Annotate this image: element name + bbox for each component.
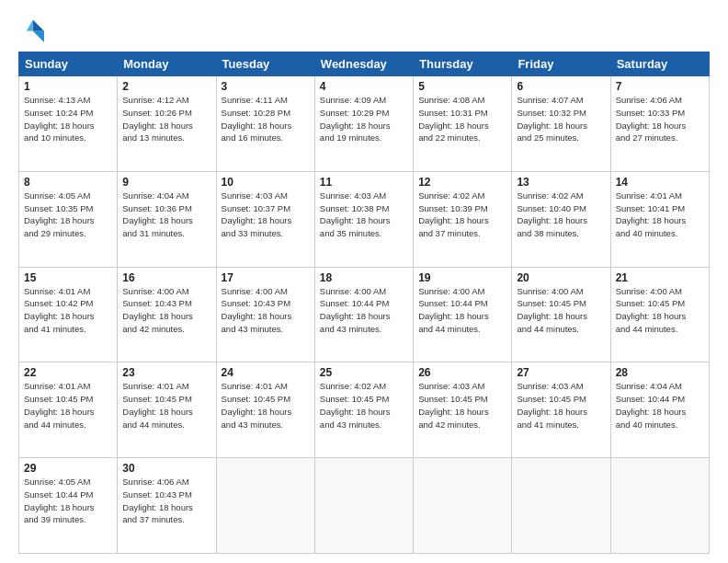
day-number: 3 (222, 80, 310, 93)
calendar-day-cell: 3Sunrise: 4:11 AM Sunset: 10:28 PM Dayli… (216, 76, 314, 172)
day-number: 9 (122, 176, 210, 189)
day-info: Sunrise: 4:01 AM Sunset: 10:45 PM Daylig… (222, 380, 310, 431)
day-info: Sunrise: 4:07 AM Sunset: 10:32 PM Daylig… (517, 94, 605, 144)
logo (18, 17, 48, 42)
day-number: 29 (24, 462, 112, 475)
calendar-day-cell: 27Sunrise: 4:03 AM Sunset: 10:45 PM Dayl… (512, 362, 610, 458)
day-info: Sunrise: 4:05 AM Sunset: 10:44 PM Daylig… (24, 476, 112, 526)
calendar-day-cell: 2Sunrise: 4:12 AM Sunset: 10:26 PM Dayli… (118, 76, 216, 172)
calendar-day-cell: 10Sunrise: 4:03 AM Sunset: 10:37 PM Dayl… (216, 171, 314, 267)
calendar-day-cell: 19Sunrise: 4:00 AM Sunset: 10:44 PM Dayl… (414, 267, 512, 362)
calendar-day-cell: 16Sunrise: 4:00 AM Sunset: 10:43 PM Dayl… (118, 267, 216, 362)
calendar-day-cell: 25Sunrise: 4:02 AM Sunset: 10:45 PM Dayl… (314, 362, 413, 458)
calendar-day-cell: 28Sunrise: 4:04 AM Sunset: 10:44 PM Dayl… (610, 362, 709, 458)
day-info: Sunrise: 4:04 AM Sunset: 10:44 PM Daylig… (616, 380, 704, 431)
calendar-day-cell: 22Sunrise: 4:01 AM Sunset: 10:45 PM Dayl… (19, 362, 118, 458)
weekday-header-saturday: Saturday (610, 52, 709, 76)
day-info: Sunrise: 4:01 AM Sunset: 10:45 PM Daylig… (122, 380, 210, 431)
header (18, 17, 710, 42)
calendar-day-cell: 8Sunrise: 4:05 AM Sunset: 10:35 PM Dayli… (19, 171, 118, 267)
day-info: Sunrise: 4:13 AM Sunset: 10:24 PM Daylig… (24, 94, 112, 144)
day-number: 25 (320, 366, 408, 379)
day-number: 1 (24, 80, 112, 93)
calendar-day-cell: 20Sunrise: 4:00 AM Sunset: 10:45 PM Dayl… (512, 267, 610, 362)
day-info: Sunrise: 4:06 AM Sunset: 10:33 PM Daylig… (616, 94, 704, 144)
calendar-week-row: 29Sunrise: 4:05 AM Sunset: 10:44 PM Dayl… (19, 458, 710, 554)
day-info: Sunrise: 4:00 AM Sunset: 10:43 PM Daylig… (222, 285, 310, 336)
calendar-day-cell: 14Sunrise: 4:01 AM Sunset: 10:41 PM Dayl… (610, 171, 709, 267)
calendar-body: 1Sunrise: 4:13 AM Sunset: 10:24 PM Dayli… (19, 76, 710, 554)
calendar-day-cell: 17Sunrise: 4:00 AM Sunset: 10:43 PM Dayl… (216, 267, 314, 362)
weekday-header-wednesday: Wednesday (314, 52, 413, 76)
day-info: Sunrise: 4:05 AM Sunset: 10:35 PM Daylig… (24, 190, 112, 240)
calendar-day-cell: 15Sunrise: 4:01 AM Sunset: 10:42 PM Dayl… (19, 267, 118, 362)
day-info: Sunrise: 4:03 AM Sunset: 10:37 PM Daylig… (222, 190, 310, 240)
calendar-day-cell: 12Sunrise: 4:02 AM Sunset: 10:39 PM Dayl… (414, 171, 512, 267)
day-number: 23 (122, 366, 210, 379)
day-info: Sunrise: 4:04 AM Sunset: 10:36 PM Daylig… (122, 190, 210, 240)
day-number: 11 (320, 176, 408, 189)
day-number: 7 (616, 80, 704, 93)
calendar-day-cell: 13Sunrise: 4:02 AM Sunset: 10:40 PM Dayl… (512, 171, 610, 267)
day-number: 24 (222, 366, 310, 379)
day-number: 19 (418, 271, 506, 284)
calendar-day-cell (512, 458, 610, 554)
weekday-header-tuesday: Tuesday (216, 52, 314, 76)
calendar-day-cell: 7Sunrise: 4:06 AM Sunset: 10:33 PM Dayli… (610, 76, 709, 172)
weekday-header-sunday: Sunday (19, 52, 118, 76)
day-info: Sunrise: 4:01 AM Sunset: 10:41 PM Daylig… (616, 190, 704, 240)
calendar-week-row: 22Sunrise: 4:01 AM Sunset: 10:45 PM Dayl… (19, 362, 710, 458)
calendar-day-cell (216, 458, 314, 554)
calendar-day-cell (610, 458, 709, 554)
day-info: Sunrise: 4:00 AM Sunset: 10:45 PM Daylig… (616, 285, 704, 336)
day-info: Sunrise: 4:12 AM Sunset: 10:26 PM Daylig… (122, 94, 210, 144)
day-number: 6 (517, 80, 605, 93)
day-number: 2 (122, 80, 210, 93)
day-info: Sunrise: 4:00 AM Sunset: 10:44 PM Daylig… (418, 285, 506, 336)
day-info: Sunrise: 4:00 AM Sunset: 10:44 PM Daylig… (320, 285, 408, 336)
day-number: 14 (616, 176, 704, 189)
day-info: Sunrise: 4:00 AM Sunset: 10:43 PM Daylig… (122, 285, 210, 336)
day-info: Sunrise: 4:01 AM Sunset: 10:42 PM Daylig… (24, 285, 112, 336)
calendar-day-cell: 18Sunrise: 4:00 AM Sunset: 10:44 PM Dayl… (314, 267, 413, 362)
weekday-header-row: SundayMondayTuesdayWednesdayThursdayFrid… (19, 52, 710, 76)
day-info: Sunrise: 4:03 AM Sunset: 10:45 PM Daylig… (418, 380, 506, 431)
day-number: 18 (320, 271, 408, 284)
day-number: 15 (24, 271, 112, 284)
day-number: 20 (517, 271, 605, 284)
calendar-day-cell: 23Sunrise: 4:01 AM Sunset: 10:45 PM Dayl… (118, 362, 216, 458)
calendar-day-cell: 11Sunrise: 4:03 AM Sunset: 10:38 PM Dayl… (314, 171, 413, 267)
day-info: Sunrise: 4:09 AM Sunset: 10:29 PM Daylig… (320, 94, 408, 144)
weekday-header-thursday: Thursday (414, 52, 512, 76)
calendar-day-cell: 21Sunrise: 4:00 AM Sunset: 10:45 PM Dayl… (610, 267, 709, 362)
day-info: Sunrise: 4:03 AM Sunset: 10:45 PM Daylig… (517, 380, 605, 431)
day-number: 16 (122, 271, 210, 284)
day-number: 27 (517, 366, 605, 379)
day-number: 4 (320, 80, 408, 93)
day-number: 21 (616, 271, 704, 284)
day-info: Sunrise: 4:01 AM Sunset: 10:45 PM Daylig… (24, 380, 112, 431)
calendar-day-cell (314, 458, 413, 554)
calendar-week-row: 8Sunrise: 4:05 AM Sunset: 10:35 PM Dayli… (19, 171, 710, 267)
day-info: Sunrise: 4:02 AM Sunset: 10:40 PM Daylig… (517, 190, 605, 240)
day-number: 5 (418, 80, 506, 93)
day-number: 12 (418, 176, 506, 189)
day-number: 28 (616, 366, 704, 379)
calendar-day-cell: 24Sunrise: 4:01 AM Sunset: 10:45 PM Dayl… (216, 362, 314, 458)
page: SundayMondayTuesdayWednesdayThursdayFrid… (0, 0, 728, 563)
weekday-header-friday: Friday (512, 52, 610, 76)
calendar-day-cell: 6Sunrise: 4:07 AM Sunset: 10:32 PM Dayli… (512, 76, 610, 172)
day-info: Sunrise: 4:02 AM Sunset: 10:45 PM Daylig… (320, 380, 408, 431)
calendar-week-row: 15Sunrise: 4:01 AM Sunset: 10:42 PM Dayl… (19, 267, 710, 362)
day-number: 13 (517, 176, 605, 189)
day-number: 8 (24, 176, 112, 189)
calendar-day-cell: 4Sunrise: 4:09 AM Sunset: 10:29 PM Dayli… (314, 76, 413, 172)
calendar-day-cell: 1Sunrise: 4:13 AM Sunset: 10:24 PM Dayli… (19, 76, 118, 172)
day-info: Sunrise: 4:02 AM Sunset: 10:39 PM Daylig… (418, 190, 506, 240)
day-info: Sunrise: 4:06 AM Sunset: 10:43 PM Daylig… (122, 476, 210, 526)
day-number: 10 (222, 176, 310, 189)
day-number: 22 (24, 366, 112, 379)
day-info: Sunrise: 4:03 AM Sunset: 10:38 PM Daylig… (320, 190, 408, 240)
day-info: Sunrise: 4:11 AM Sunset: 10:28 PM Daylig… (222, 94, 310, 144)
calendar-day-cell: 26Sunrise: 4:03 AM Sunset: 10:45 PM Dayl… (414, 362, 512, 458)
